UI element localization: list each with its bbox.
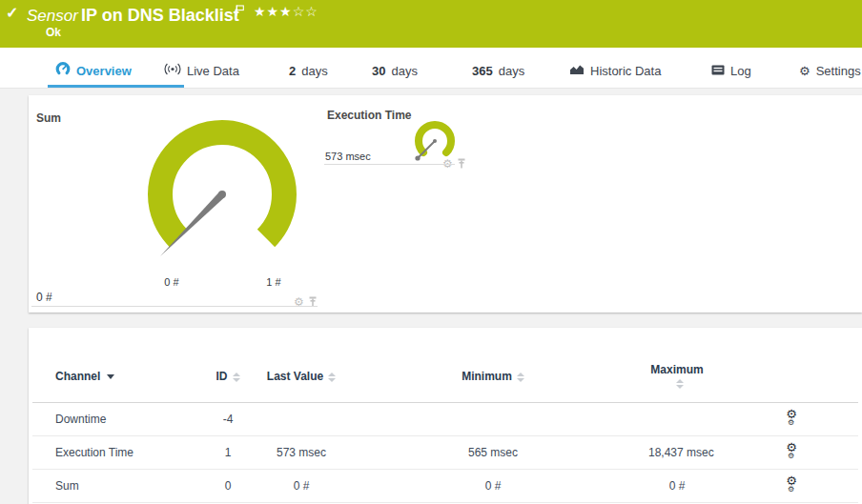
- table-row[interactable]: Downtime -4 ⚙⚙: [32, 402, 858, 435]
- gauge-max-label: 1 #: [257, 276, 290, 288]
- cell-minimum: [338, 402, 648, 435]
- header-label: Last Value: [267, 370, 323, 383]
- tab-label: Historic Data: [590, 64, 661, 78]
- header-label: Minimum: [462, 370, 512, 383]
- cell-id: 0: [191, 469, 265, 502]
- tab-365-days[interactable]: 365 days: [472, 58, 524, 83]
- tab-number: 365: [472, 64, 493, 78]
- cell-minimum: 565 msec: [338, 435, 648, 469]
- mini-gauge-value: 573 msec: [325, 151, 371, 162]
- tab-number: 30: [372, 64, 385, 78]
- card-divider: [31, 306, 318, 307]
- gauge-current-value: 0 #: [36, 291, 52, 304]
- header-label: Channel: [55, 370, 100, 383]
- sort-icon: [676, 379, 684, 389]
- cell-minimum: 0 #: [338, 469, 648, 502]
- cell-channel[interactable]: Sum: [32, 469, 191, 502]
- sort-icon: [517, 373, 524, 382]
- tab-2-days[interactable]: 2 days: [289, 58, 328, 83]
- tab-bar: Overview Live Data 2 days 30 days 365: [0, 48, 862, 89]
- gauge-min-label: 0 #: [155, 276, 188, 288]
- area-chart-icon: [569, 64, 585, 78]
- tab-label: days: [499, 64, 524, 78]
- tab-label: Settings: [816, 64, 861, 78]
- channel-settings-icon[interactable]: ⚙⚙: [772, 443, 791, 458]
- tab-label: Log: [730, 64, 751, 78]
- tab-settings[interactable]: ⚙ Settings: [799, 58, 861, 83]
- header-label: Maximum: [650, 363, 703, 376]
- tab-number: 2: [289, 64, 296, 78]
- tab-label: days: [391, 64, 417, 78]
- tab-label: Live Data: [187, 64, 239, 78]
- cell-maximum: 18,437 msec: [648, 435, 706, 469]
- stars-empty: ☆☆: [293, 4, 318, 19]
- sort-icon: [328, 373, 336, 382]
- table-row[interactable]: Sum 0 0 # 0 # 0 # ⚙⚙: [32, 469, 858, 502]
- cell-last-value: [265, 402, 338, 435]
- cell-maximum: [648, 402, 706, 435]
- tab-historic-data[interactable]: Historic Data: [569, 58, 661, 83]
- sum-gauge: [141, 120, 303, 272]
- tab-label: Overview: [76, 64, 132, 78]
- cell-last-value: 0 #: [265, 469, 338, 502]
- cell-maximum: 0 #: [648, 469, 706, 502]
- column-header-maximum[interactable]: Maximum: [648, 351, 706, 402]
- gauge-title-execution-time: Execution Time: [327, 109, 411, 122]
- pin-icon[interactable]: [457, 155, 466, 172]
- channels-panel: Channel ID Last Value Minimum Maximum: [29, 328, 862, 504]
- column-header-last-value[interactable]: Last Value: [265, 351, 338, 402]
- stars-filled: ★★★: [254, 4, 293, 19]
- channel-settings-icon[interactable]: ⚙⚙: [772, 410, 791, 425]
- sort-icon: [233, 373, 240, 382]
- column-header-actions: [706, 351, 858, 402]
- header-label: ID: [216, 370, 228, 383]
- channels-table: Channel ID Last Value Minimum Maximum: [32, 351, 858, 503]
- broadcast-icon: [164, 63, 181, 78]
- pin-icon[interactable]: [308, 293, 318, 311]
- flag-icon[interactable]: [236, 3, 245, 20]
- table-row[interactable]: Execution Time 1 573 msec 565 msec 18,43…: [32, 435, 858, 469]
- channel-settings-icon[interactable]: ⚙⚙: [772, 476, 791, 492]
- sensor-kind-label: Sensor: [27, 7, 78, 26]
- card-action-icons: ⚙: [294, 293, 318, 311]
- cell-last-value: 573 msec: [265, 435, 338, 469]
- tab-30-days[interactable]: 30 days: [372, 58, 418, 83]
- log-icon: [711, 64, 725, 78]
- gear-icon: ⚙: [799, 65, 811, 77]
- column-header-channel[interactable]: Channel: [32, 351, 191, 402]
- tab-overview[interactable]: Overview: [55, 58, 132, 83]
- tab-label: days: [301, 64, 327, 78]
- cell-id: 1: [191, 435, 265, 469]
- status-check-icon: ✓: [6, 4, 18, 22]
- active-tab-underline: [48, 85, 184, 88]
- card-divider: [324, 164, 455, 165]
- sensor-header: ✓ Sensor IP on DNS Blacklist ★★★☆☆ Ok: [0, 0, 862, 48]
- tab-log[interactable]: Log: [711, 58, 751, 83]
- sort-desc-icon: [107, 374, 114, 379]
- priority-stars[interactable]: ★★★☆☆: [254, 4, 318, 19]
- tab-live-data[interactable]: Live Data: [164, 58, 239, 83]
- column-header-minimum[interactable]: Minimum: [338, 351, 648, 402]
- sensor-title: IP on DNS Blacklist: [81, 6, 239, 26]
- gauges-panel: Sum 0 # 1 # 0 # ⚙ Execution Time 573 mse…: [29, 95, 862, 312]
- column-header-id[interactable]: ID: [191, 351, 265, 402]
- sensor-page: ✓ Sensor IP on DNS Blacklist ★★★☆☆ Ok Ov…: [0, 0, 862, 504]
- table-header-row: Channel ID Last Value Minimum Maximum: [32, 351, 858, 402]
- cell-id: -4: [191, 402, 265, 435]
- sensor-status: Ok: [46, 26, 61, 39]
- gauge-icon: [55, 62, 71, 79]
- cell-channel[interactable]: Execution Time: [32, 435, 191, 469]
- cell-channel[interactable]: Downtime: [32, 402, 191, 435]
- gauge-title-sum: Sum: [36, 111, 61, 125]
